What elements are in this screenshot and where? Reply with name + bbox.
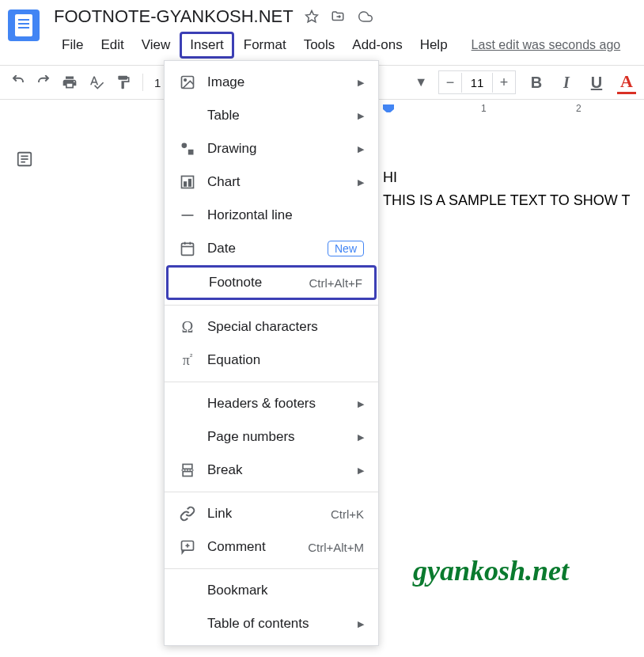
chevron-right-icon: ▶	[358, 399, 364, 409]
font-size-increase[interactable]: +	[493, 71, 515, 93]
redo-icon[interactable]	[36, 75, 51, 89]
none-icon	[180, 274, 198, 291]
dropdown-item-link[interactable]: LinkCtrl+K	[165, 497, 378, 530]
drawing-icon	[179, 140, 196, 158]
svg-rect-9	[188, 150, 194, 155]
outline-icon[interactable]	[16, 150, 47, 168]
styles-dropdown-arrow[interactable]: ▼	[415, 75, 427, 89]
menu-file[interactable]: File	[54, 34, 91, 56]
menu-divider	[165, 305, 378, 306]
none-icon	[179, 428, 196, 446]
move-icon[interactable]	[330, 9, 346, 24]
dropdown-item-break[interactable]: Break▶	[165, 454, 378, 487]
svg-rect-18	[183, 465, 192, 469]
dropdown-item-headers-footers[interactable]: Headers & footers▶	[165, 387, 378, 420]
chevron-right-icon: ▶	[358, 144, 364, 154]
menu-format[interactable]: Format	[236, 34, 294, 56]
dropdown-item-horizontal-line[interactable]: Horizontal line	[165, 199, 378, 232]
dropdown-item-comment[interactable]: CommentCtrl+Alt+M	[165, 530, 378, 564]
italic-button[interactable]: I	[557, 74, 576, 92]
svg-point-8	[182, 143, 188, 149]
print-icon[interactable]	[62, 74, 78, 90]
font-size-control: − 11 +	[438, 70, 516, 94]
paint-format-icon[interactable]	[116, 74, 131, 90]
dropdown-item-label: Special characters	[207, 319, 364, 335]
svg-rect-14	[182, 243, 194, 255]
dropdown-item-table[interactable]: Table▶	[165, 99, 378, 132]
table-icon	[179, 107, 196, 124]
docs-logo[interactable]	[8, 9, 40, 41]
menu-help[interactable]: Help	[412, 34, 456, 56]
dropdown-item-equation[interactable]: π²Equation	[165, 344, 378, 377]
doc-line: THIS IS A SAMPLE TEXT TO SHOW T	[383, 189, 644, 212]
omega-icon: Ω	[179, 318, 196, 336]
none-icon	[179, 582, 196, 599]
underline-button[interactable]: U	[587, 74, 606, 92]
dropdown-item-label: Footnote	[209, 275, 309, 291]
dropdown-item-footnote[interactable]: FootnoteCtrl+Alt+F	[166, 265, 377, 300]
font-size-value[interactable]: 11	[461, 73, 493, 93]
dropdown-item-page-numbers[interactable]: Page numbers▶	[165, 420, 378, 454]
dropdown-item-label: Horizontal line	[207, 207, 364, 223]
dropdown-item-label: Table	[207, 108, 351, 123]
keyboard-shortcut: Ctrl+K	[331, 507, 364, 521]
dropdown-item-label: Link	[207, 506, 331, 522]
comment-icon	[179, 538, 196, 556]
text-color-button[interactable]: A	[617, 71, 636, 94]
spellcheck-icon[interactable]	[89, 74, 104, 90]
last-edit-link[interactable]: Last edit was seconds ago	[472, 38, 621, 52]
menu-insert[interactable]: Insert	[180, 32, 234, 59]
dropdown-item-image[interactable]: Image▶	[165, 66, 378, 99]
menu-divider	[165, 568, 378, 569]
chevron-right-icon: ▶	[358, 465, 364, 476]
none-icon	[179, 395, 196, 412]
chevron-right-icon: ▶	[358, 177, 364, 188]
dropdown-item-label: Equation	[207, 352, 364, 368]
dropdown-item-label: Comment	[207, 539, 308, 555]
chevron-right-icon: ▶	[358, 111, 364, 121]
watermark: gyankosh.net	[413, 554, 569, 587]
image-icon	[179, 74, 196, 91]
menu-addons[interactable]: Add-ons	[344, 34, 410, 56]
link-icon	[179, 505, 196, 522]
svg-point-7	[184, 79, 187, 82]
dropdown-item-bookmark[interactable]: Bookmark	[165, 574, 378, 607]
menu-edit[interactable]: Edit	[93, 34, 131, 56]
dropdown-item-label: Image	[207, 74, 351, 90]
doc-line: HI	[383, 166, 644, 189]
keyboard-shortcut: Ctrl+Alt+F	[309, 276, 362, 290]
dropdown-item-special-characters[interactable]: ΩSpecial characters	[165, 310, 378, 344]
dropdown-item-table-of-contents[interactable]: Table of contents▶	[165, 607, 378, 640]
svg-rect-12	[189, 180, 191, 186]
star-icon[interactable]	[305, 9, 319, 24]
ruler-mark: 2	[576, 103, 581, 114]
undo-icon[interactable]	[11, 75, 25, 89]
doc-title[interactable]: FOOTNOTE-GYANKOSH.NET	[54, 6, 294, 27]
insert-dropdown: Image▶Table▶Drawing▶Chart▶Horizontal lin…	[164, 60, 379, 646]
dropdown-item-date[interactable]: DateNew	[165, 232, 378, 265]
cloud-icon[interactable]	[357, 9, 374, 24]
bold-button[interactable]: B	[527, 74, 546, 92]
menu-tools[interactable]: Tools	[296, 34, 343, 56]
hline-icon	[179, 207, 196, 224]
dropdown-item-label: Bookmark	[207, 583, 364, 598]
dropdown-item-label: Chart	[207, 174, 351, 190]
dropdown-item-drawing[interactable]: Drawing▶	[165, 132, 378, 165]
new-badge: New	[328, 241, 364, 256]
dropdown-item-label: Break	[207, 462, 351, 478]
svg-rect-11	[184, 182, 187, 186]
dropdown-item-chart[interactable]: Chart▶	[165, 165, 378, 199]
none-icon	[179, 615, 196, 632]
dropdown-item-label: Date	[207, 241, 321, 256]
menu-view[interactable]: View	[134, 34, 179, 56]
svg-rect-10	[182, 177, 194, 188]
zoom-value[interactable]: 1	[154, 76, 161, 89]
pi-icon: π²	[179, 351, 196, 369]
svg-marker-0	[305, 11, 317, 22]
break-icon	[179, 461, 196, 479]
dropdown-item-label: Drawing	[207, 141, 351, 157]
svg-marker-1	[383, 104, 394, 112]
keyboard-shortcut: Ctrl+Alt+M	[308, 541, 364, 554]
chevron-right-icon: ▶	[358, 619, 364, 629]
font-size-decrease[interactable]: −	[439, 71, 461, 93]
